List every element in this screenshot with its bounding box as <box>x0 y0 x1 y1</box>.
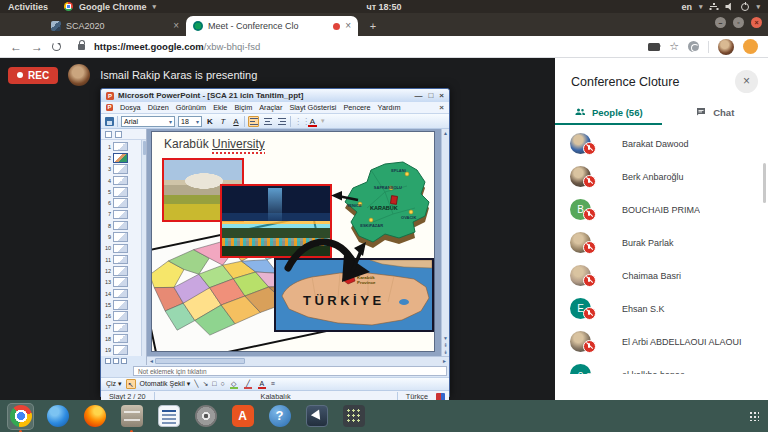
draw-menu-button[interactable]: Çiz ▾ <box>106 380 122 388</box>
power-icon[interactable] <box>741 3 749 11</box>
line-color-icon[interactable]: ╱ <box>243 379 253 389</box>
outline-tab[interactable] <box>105 131 112 138</box>
ppt-menu-item[interactable]: Biçim <box>234 103 252 112</box>
participant-row[interactable]: Barakat Dawood <box>555 127 768 160</box>
close-window-button[interactable]: × <box>751 17 762 28</box>
profile-avatar[interactable] <box>718 39 734 55</box>
autoshape-menu-button[interactable]: Otomatik Şekil ▾ <box>140 380 191 388</box>
dock-files[interactable] <box>118 403 145 430</box>
volume-icon[interactable] <box>725 3 734 11</box>
participant-scrollbar[interactable] <box>763 163 766 203</box>
slide-sorter-button[interactable] <box>113 358 119 364</box>
ppt-menu-item[interactable]: Slayt Gösterisi <box>289 103 336 112</box>
app-grid-icon[interactable] <box>749 411 759 421</box>
tab-people[interactable]: People (56) <box>555 99 662 125</box>
participant-row[interactable]: Burak Parlak <box>555 226 768 259</box>
language-indicator[interactable]: en <box>681 2 692 12</box>
vertical-scrollbar[interactable]: ▲ ▼⇞⇟ <box>441 129 449 356</box>
focused-app-menu[interactable]: Google Chrome <box>79 2 147 12</box>
select-tool-icon[interactable]: ↖ <box>126 379 136 389</box>
slide-thumbnail[interactable]: 8 <box>101 220 146 231</box>
extension-badge-icon[interactable] <box>743 39 758 54</box>
slides-tab[interactable] <box>115 131 122 138</box>
slide-thumbnail[interactable]: 14 <box>101 288 146 299</box>
slide-thumbnail[interactable]: 16 <box>101 310 146 321</box>
slide-thumbnail[interactable]: 18 <box>101 333 146 344</box>
close-panel-button[interactable]: × <box>735 70 758 93</box>
forward-button[interactable]: → <box>31 41 43 53</box>
ppt-menu-item[interactable]: Ekle <box>213 103 227 112</box>
minimize-button[interactable]: – <box>715 17 726 28</box>
underline-button[interactable]: A <box>231 117 241 126</box>
oval-tool-icon[interactable]: ○ <box>221 379 225 389</box>
ppt-menu-item[interactable]: Araçlar <box>259 103 282 112</box>
normal-view-button[interactable] <box>105 358 111 364</box>
dock-thunderbird[interactable] <box>44 403 71 430</box>
dock-help[interactable]: ? <box>266 403 293 430</box>
url-text[interactable]: https://meet.google.com /xbw-bhqi-fsd <box>94 41 260 52</box>
dock-google-chrome[interactable] <box>7 403 34 430</box>
font-name-combo[interactable]: Arial▾ <box>121 116 175 127</box>
new-tab-button[interactable]: + <box>366 19 380 33</box>
ppt-menu-item[interactable]: Pencere <box>343 103 370 112</box>
ppt-menubar-close[interactable]: × <box>439 103 444 112</box>
thumbnail-scrollbar[interactable] <box>141 140 146 356</box>
slide-thumbnail[interactable]: 11 <box>101 254 146 265</box>
slide-thumbnail[interactable]: 7 <box>101 209 146 220</box>
slide-thumbnail[interactable]: 19 <box>101 344 146 355</box>
notes-pane[interactable]: Not eklemek için tıklatın <box>133 366 447 376</box>
slide-thumbnail[interactable]: 3 <box>101 164 146 175</box>
arrow-tool-icon[interactable]: ↘ <box>202 379 208 389</box>
slideshow-button[interactable] <box>121 358 127 364</box>
line-style-icon[interactable]: ≡ <box>271 379 275 389</box>
dock-screen-share[interactable] <box>303 403 330 430</box>
participant-row[interactable]: Chaimaa Basri <box>555 259 768 292</box>
slide-thumbnail[interactable]: 1 <box>101 141 146 152</box>
slide-thumbnail[interactable]: 4 <box>101 175 146 186</box>
dock-firefox[interactable] <box>81 403 108 430</box>
line-tool-icon[interactable]: ╲ <box>194 379 198 389</box>
participant-row[interactable]: El Arbi ABDELLAOUI ALAOUI <box>555 325 768 358</box>
slide-thumbnail[interactable]: 13 <box>101 277 146 288</box>
tab-sca2020[interactable]: SCA2020 × <box>44 16 186 36</box>
sync-icon[interactable] <box>688 41 699 52</box>
back-button[interactable]: ← <box>10 41 22 53</box>
tab-chat[interactable]: Chat <box>662 99 768 125</box>
network-icon[interactable] <box>709 3 718 11</box>
ppt-menu-item[interactable]: Düzen <box>148 103 169 112</box>
bold-button[interactable]: K <box>205 117 215 126</box>
media-camera-icon[interactable] <box>648 43 660 51</box>
slide-thumbnail[interactable]: 12 <box>101 265 146 276</box>
ppt-minimize-button[interactable]: — <box>414 91 422 100</box>
dock-media-player[interactable] <box>192 403 219 430</box>
participant-row[interactable]: eel kalkha hanae <box>555 358 768 374</box>
clock[interactable]: чт 18:50 <box>366 0 401 13</box>
slide-thumbnail[interactable]: 15 <box>101 299 146 310</box>
align-right-button[interactable] <box>276 116 287 127</box>
bookmark-star-icon[interactable]: ☆ <box>669 41 679 52</box>
rectangle-tool-icon[interactable]: □ <box>212 379 216 389</box>
ppt-menu-item[interactable]: Yardım <box>378 103 401 112</box>
font-size-combo[interactable]: 18▾ <box>178 116 202 127</box>
ppt-menu-item[interactable]: Dosya <box>120 103 141 112</box>
numbered-list-button[interactable]: ⋮⋮ <box>294 117 304 126</box>
slide-thumbnail[interactable]: 5 <box>101 186 146 197</box>
horizontal-scrollbar[interactable]: ◄► <box>147 356 449 365</box>
font-color-button[interactable]: A <box>307 117 318 126</box>
slide-thumbnail[interactable]: 6 <box>101 197 146 208</box>
slide-thumbnail[interactable]: 17 <box>101 322 146 333</box>
save-icon[interactable] <box>105 117 114 126</box>
close-icon[interactable]: × <box>173 21 179 31</box>
dock-calculator[interactable] <box>340 403 367 430</box>
participant-row[interactable]: Berk Anbaroğlu <box>555 160 768 193</box>
slide-thumbnail[interactable]: 2 <box>101 152 146 163</box>
ppt-maximize-button[interactable]: □ <box>428 91 433 100</box>
align-center-button[interactable] <box>262 116 273 127</box>
ppt-close-button[interactable]: × <box>439 91 444 100</box>
slide-thumbnail[interactable]: 10 <box>101 243 146 254</box>
slide-thumbnail[interactable]: 9 <box>101 231 146 242</box>
fill-color-icon[interactable]: ◇ <box>229 379 239 389</box>
participant-row[interactable]: BBOUCHAIB PRIMA <box>555 193 768 226</box>
dock-libreoffice-writer[interactable] <box>155 403 182 430</box>
italic-button[interactable]: T <box>218 117 228 126</box>
